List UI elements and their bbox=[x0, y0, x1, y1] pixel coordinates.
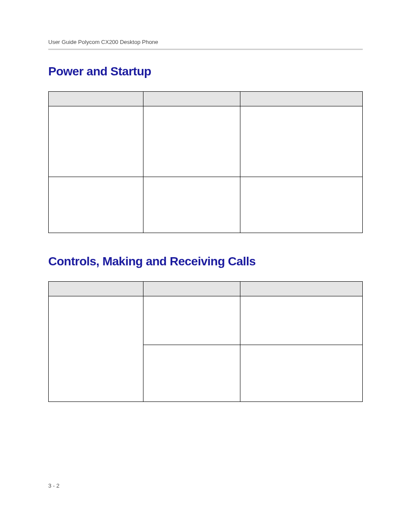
section-heading-power-startup: Power and Startup bbox=[48, 65, 363, 78]
page-number: 3 - 2 bbox=[48, 482, 59, 489]
table-header-row bbox=[49, 92, 363, 106]
table-controls-calls bbox=[48, 281, 363, 402]
table-cell bbox=[240, 177, 363, 233]
document-page: User Guide Polycom CX200 Desktop Phone P… bbox=[0, 0, 411, 402]
table-header-cell bbox=[143, 282, 240, 296]
table-cell bbox=[240, 106, 363, 177]
table-header-row bbox=[49, 282, 363, 296]
table-cell bbox=[143, 177, 240, 233]
table-cell bbox=[143, 345, 240, 402]
page-header-title: User Guide Polycom CX200 Desktop Phone bbox=[48, 39, 363, 45]
table-header-cell bbox=[49, 282, 143, 296]
table-header-cell bbox=[240, 92, 363, 106]
table-row bbox=[49, 296, 363, 345]
table-cell bbox=[49, 296, 143, 402]
section-heading-controls-calls: Controls, Making and Receiving Calls bbox=[48, 255, 363, 268]
table-power-startup bbox=[48, 91, 363, 233]
table-cell bbox=[240, 345, 363, 402]
table-cell bbox=[49, 177, 143, 233]
header-divider bbox=[48, 49, 363, 50]
table-cell bbox=[143, 106, 240, 177]
table-header-cell bbox=[49, 92, 143, 106]
table-cell bbox=[49, 106, 143, 177]
table-cell bbox=[143, 296, 240, 345]
table-header-cell bbox=[240, 282, 363, 296]
table-row bbox=[49, 177, 363, 233]
table-row bbox=[49, 106, 363, 177]
table-cell bbox=[240, 296, 363, 345]
table-header-cell bbox=[143, 92, 240, 106]
